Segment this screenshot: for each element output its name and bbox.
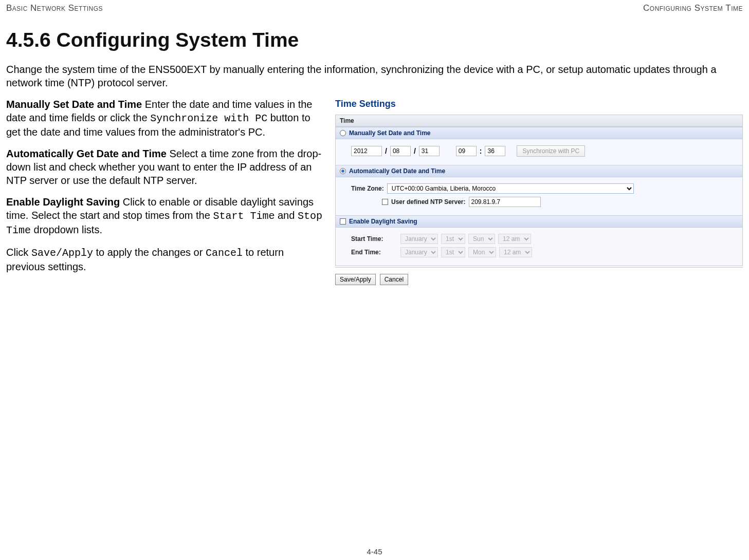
page-number: 4-45 [0,547,749,556]
section-manual-label: Manually Set Date and Time [349,129,431,137]
radio-manual[interactable] [340,130,346,136]
section-auto-label: Automatically Get Date and Time [349,167,445,175]
header-right: Configuring System Time [643,3,743,13]
para-save-mono2: Cancel [206,247,243,259]
start-time-label: Start Time: [351,235,397,242]
start-month-select: January [400,234,438,244]
section-dst-label: Enable Daylight Saving [349,218,417,225]
para-dst-text-b: dropdown lists. [31,224,102,235]
para-auto-bold: Automatically Get Date and Time [6,148,167,159]
timezone-label: Time Zone: [351,185,384,192]
cancel-button[interactable]: Cancel [380,274,408,285]
para-save-a: Click [6,247,31,258]
end-hour-select: 12 am [499,247,532,257]
section-manual-header[interactable]: Manually Set Date and Time [336,127,742,139]
end-day-select: 1st [441,247,465,257]
table-header-time: Time [336,115,742,127]
para-dst-bold: Enable Daylight Saving [6,196,120,208]
end-month-select: January [400,247,438,257]
colon-1: : [480,147,482,155]
section-auto-header[interactable]: Automatically Get Date and Time [336,165,742,177]
year-input[interactable] [351,146,382,156]
ntp-label: User defined NTP Server: [391,198,466,206]
start-hour-select: 12 am [498,234,531,244]
section-heading: 4.5.6 Configuring System Time [6,29,743,51]
slash-1: / [385,147,387,155]
end-dow-select: Mon [468,247,496,257]
dst-checkbox[interactable] [340,218,346,225]
para-dst-mid: and [275,210,297,221]
radio-auto[interactable] [340,168,346,174]
day-input[interactable] [419,146,440,156]
para-manual: Manually Set Date and Time Enter the dat… [6,98,325,139]
ntp-input[interactable] [469,197,541,207]
start-dow-select: Sun [468,234,495,244]
sync-pc-button: Synchronize with PC [517,145,585,157]
timezone-select[interactable]: UTC+00:00 Gambia, Liberia, Morocco [387,183,634,194]
slash-2: / [414,147,416,155]
intro-paragraph: Change the system time of the ENS500EXT … [6,63,743,89]
section-dst-header[interactable]: Enable Daylight Saving [336,215,742,228]
para-manual-mono: Synchronize with PC [150,113,267,124]
month-input[interactable] [390,146,411,156]
para-save: Click Save/Apply to apply the changes or… [6,246,325,273]
end-time-label: End Time: [351,249,397,256]
panel-title: Time Settings [335,99,743,109]
save-apply-button[interactable]: Save/Apply [335,274,376,285]
para-manual-bold: Manually Set Date and Time [6,99,142,110]
para-auto: Automatically Get Date and Time Select a… [6,147,325,187]
para-save-mono1: Save/Apply [31,247,93,259]
start-day-select: 1st [441,234,465,244]
minute-input[interactable] [485,146,505,156]
hour-input[interactable] [456,146,477,156]
para-save-b: to apply the changes or [93,247,206,258]
header-left: Basic Network Settings [6,3,103,13]
para-dst: Enable Daylight Saving Click to enable o… [6,195,325,237]
ntp-checkbox[interactable] [382,199,388,205]
para-dst-mono1: Start Time [213,210,275,222]
